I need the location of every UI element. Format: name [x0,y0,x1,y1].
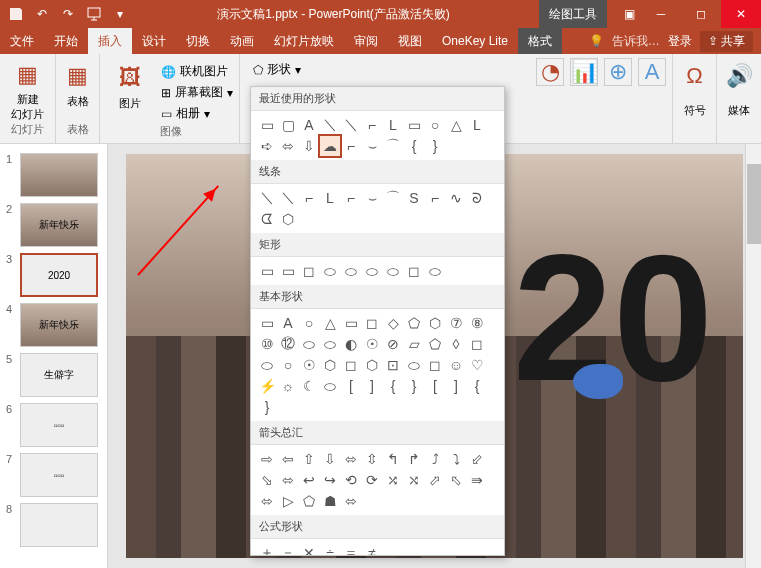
shape-option[interactable]: ⬭ [320,334,340,354]
shape-option[interactable]: ⬄ [278,470,298,490]
shape-option[interactable]: ⇩ [320,449,340,469]
thumbnail-7[interactable]: 7▫▫▫ [0,450,107,500]
save-icon[interactable] [4,2,28,26]
shape-option[interactable]: ⬡ [278,209,298,229]
shape-option[interactable]: ⬭ [299,334,319,354]
shape-option[interactable]: ⑫ [278,334,298,354]
shape-option[interactable]: ▭ [257,115,277,135]
shape-option[interactable]: ⑦ [446,313,466,333]
shape-option[interactable]: { [383,376,403,396]
shape-option[interactable]: ◻ [425,355,445,375]
shape-option[interactable]: ☾ [299,376,319,396]
shape-option[interactable]: ＼ [257,188,277,208]
screenshot-button[interactable]: ⊞ 屏幕截图 ▾ [161,83,233,102]
shape-option[interactable]: } [404,376,424,396]
shape-option[interactable]: ⤵ [446,449,466,469]
shape-option[interactable]: ☁ [320,136,340,156]
shape-option[interactable]: ▭ [278,261,298,281]
shape-option[interactable]: △ [320,313,340,333]
shape-option[interactable]: } [425,136,445,156]
shape-option[interactable]: ⊡ [383,355,403,375]
shape-option[interactable]: ○ [425,115,445,135]
shape-option[interactable]: ↰ [383,449,403,469]
undo-icon[interactable]: ↶ [30,2,54,26]
picture-icon[interactable]: 🖼 [112,60,148,96]
shape-option[interactable]: { [467,376,487,396]
shape-option[interactable]: ☗ [320,491,340,511]
shape-option[interactable]: ⬡ [425,313,445,333]
shape-option[interactable]: ○ [278,355,298,375]
shape-option[interactable]: ⬭ [404,355,424,375]
shapes-dropdown-button[interactable]: ⬠ 形状 ▾ [246,58,308,81]
shape-option[interactable]: ⬭ [425,261,445,281]
shape-option[interactable]: ⌐ [362,115,382,135]
shape-option[interactable]: ᗧ [257,209,277,229]
shape-option[interactable]: ÷ [320,543,340,556]
qat-more-icon[interactable]: ▾ [108,2,132,26]
shape-option[interactable]: ⟲ [341,470,361,490]
shape-option[interactable]: ◻ [362,313,382,333]
media-icon[interactable]: 🔊 [721,58,757,94]
shape-option[interactable]: ☉ [299,355,319,375]
minimize-button[interactable]: ─ [641,0,681,28]
close-button[interactable]: ✕ [721,0,761,28]
shape-option[interactable]: ] [362,376,382,396]
shape-option[interactable]: ⇦ [278,449,298,469]
shape-option[interactable]: ◻ [341,355,361,375]
shape-option[interactable]: ∿ [446,188,466,208]
tab-slideshow[interactable]: 幻灯片放映 [264,28,344,54]
shape-option[interactable]: ⟳ [362,470,382,490]
tab-transition[interactable]: 切换 [176,28,220,54]
thumbnail-4[interactable]: 4新年快乐 [0,300,107,350]
shape-option[interactable]: ⤭ [404,470,424,490]
table-icon[interactable]: ▦ [60,58,96,94]
shape-option[interactable]: { [404,136,424,156]
shape-option[interactable]: ⬭ [341,261,361,281]
shape-option[interactable]: ⌐ [425,188,445,208]
tab-review[interactable]: 审阅 [344,28,388,54]
shape-option[interactable]: [ [341,376,361,396]
shape-option[interactable]: ◻ [299,261,319,281]
online-image-button[interactable]: 🌐 联机图片 [161,62,233,81]
vertical-scrollbar[interactable] [745,144,761,568]
shape-option[interactable]: ▷ [278,491,298,511]
shape-option[interactable]: ⬃ [467,449,487,469]
shape-option[interactable]: ⬂ [257,470,277,490]
tab-view[interactable]: 视图 [388,28,432,54]
shape-option[interactable]: ＼ [278,188,298,208]
shape-option[interactable]: ◻ [404,261,424,281]
shape-option[interactable]: ⬡ [362,355,382,375]
shape-option[interactable]: ⌒ [383,188,403,208]
shape-option[interactable]: ⇳ [362,449,382,469]
new-slide-icon[interactable]: ▦ [10,58,46,92]
thumbnail-8[interactable]: 8 [0,500,107,550]
shape-option[interactable]: ⬁ [446,470,466,490]
shape-option[interactable]: ⬄ [341,491,361,511]
restore-button[interactable]: ◻ [681,0,721,28]
shape-option[interactable]: A [299,115,319,135]
shape-option[interactable]: ✕ [299,543,319,556]
thumbnail-1[interactable]: 1 [0,150,107,200]
shape-option[interactable]: ◻ [467,334,487,354]
shape-option[interactable]: ⬠ [404,313,424,333]
thumbnail-5[interactable]: 5生僻字 [0,350,107,400]
shape-option[interactable]: ⬄ [257,491,277,511]
shape-option[interactable]: ⤴ [425,449,445,469]
shape-option[interactable]: ⬭ [320,376,340,396]
shape-option[interactable]: ᘐ [467,188,487,208]
tab-design[interactable]: 设计 [132,28,176,54]
shape-option[interactable]: ⊘ [383,334,403,354]
shape-option[interactable]: ↱ [404,449,424,469]
shape-option[interactable]: ↪ [320,470,340,490]
shape-option[interactable]: ▱ [404,334,424,354]
login-link[interactable]: 登录 [668,33,692,50]
shape-option[interactable]: ◇ [383,313,403,333]
shape-option[interactable]: ♡ [467,355,487,375]
shape-option[interactable]: △ [446,115,466,135]
shape-option[interactable]: ] [446,376,466,396]
shape-option[interactable]: ▭ [257,261,277,281]
tab-home[interactable]: 开始 [44,28,88,54]
shape-option[interactable]: ⑧ [467,313,487,333]
shape-option[interactable]: ⚡ [257,376,277,396]
shape-option[interactable]: ＼ [320,115,340,135]
